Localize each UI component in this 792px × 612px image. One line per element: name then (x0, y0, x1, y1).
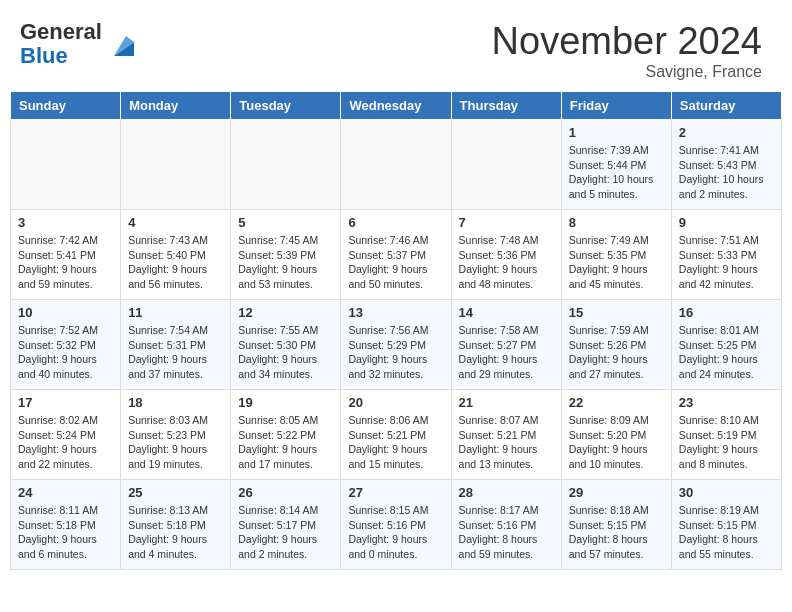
day-number: 26 (238, 485, 333, 500)
calendar-cell: 21Sunrise: 8:07 AM Sunset: 5:21 PM Dayli… (451, 390, 561, 480)
logo-text: General Blue (20, 20, 102, 68)
day-number: 28 (459, 485, 554, 500)
day-number: 20 (348, 395, 443, 410)
col-friday: Friday (561, 92, 671, 120)
calendar-cell: 30Sunrise: 8:19 AM Sunset: 5:15 PM Dayli… (671, 480, 781, 570)
day-info: Sunrise: 7:43 AM Sunset: 5:40 PM Dayligh… (128, 233, 223, 292)
calendar-cell (231, 120, 341, 210)
day-number: 6 (348, 215, 443, 230)
day-info: Sunrise: 8:17 AM Sunset: 5:16 PM Dayligh… (459, 503, 554, 562)
day-info: Sunrise: 7:58 AM Sunset: 5:27 PM Dayligh… (459, 323, 554, 382)
day-number: 9 (679, 215, 774, 230)
day-info: Sunrise: 7:51 AM Sunset: 5:33 PM Dayligh… (679, 233, 774, 292)
calendar-row: 10Sunrise: 7:52 AM Sunset: 5:32 PM Dayli… (11, 300, 782, 390)
calendar-cell: 26Sunrise: 8:14 AM Sunset: 5:17 PM Dayli… (231, 480, 341, 570)
day-info: Sunrise: 7:52 AM Sunset: 5:32 PM Dayligh… (18, 323, 113, 382)
day-info: Sunrise: 8:02 AM Sunset: 5:24 PM Dayligh… (18, 413, 113, 472)
calendar-cell: 22Sunrise: 8:09 AM Sunset: 5:20 PM Dayli… (561, 390, 671, 480)
day-info: Sunrise: 7:59 AM Sunset: 5:26 PM Dayligh… (569, 323, 664, 382)
calendar-wrapper: Sunday Monday Tuesday Wednesday Thursday… (0, 91, 792, 590)
day-info: Sunrise: 8:01 AM Sunset: 5:25 PM Dayligh… (679, 323, 774, 382)
month-title: November 2024 (492, 20, 762, 63)
day-number: 3 (18, 215, 113, 230)
page-header: General Blue November 2024 Savigne, Fran… (0, 0, 792, 91)
calendar-cell (341, 120, 451, 210)
day-number: 22 (569, 395, 664, 410)
logo-icon (106, 28, 138, 60)
col-thursday: Thursday (451, 92, 561, 120)
day-info: Sunrise: 8:09 AM Sunset: 5:20 PM Dayligh… (569, 413, 664, 472)
day-number: 5 (238, 215, 333, 230)
calendar-cell (451, 120, 561, 210)
day-info: Sunrise: 7:39 AM Sunset: 5:44 PM Dayligh… (569, 143, 664, 202)
day-info: Sunrise: 7:48 AM Sunset: 5:36 PM Dayligh… (459, 233, 554, 292)
day-number: 13 (348, 305, 443, 320)
calendar-row: 3Sunrise: 7:42 AM Sunset: 5:41 PM Daylig… (11, 210, 782, 300)
day-number: 16 (679, 305, 774, 320)
logo-blue: Blue (20, 43, 68, 68)
calendar-cell: 8Sunrise: 7:49 AM Sunset: 5:35 PM Daylig… (561, 210, 671, 300)
calendar-cell: 11Sunrise: 7:54 AM Sunset: 5:31 PM Dayli… (121, 300, 231, 390)
logo-general: General (20, 19, 102, 44)
col-saturday: Saturday (671, 92, 781, 120)
calendar-row: 17Sunrise: 8:02 AM Sunset: 5:24 PM Dayli… (11, 390, 782, 480)
calendar-cell: 13Sunrise: 7:56 AM Sunset: 5:29 PM Dayli… (341, 300, 451, 390)
calendar-row: 24Sunrise: 8:11 AM Sunset: 5:18 PM Dayli… (11, 480, 782, 570)
day-info: Sunrise: 8:15 AM Sunset: 5:16 PM Dayligh… (348, 503, 443, 562)
calendar-cell: 15Sunrise: 7:59 AM Sunset: 5:26 PM Dayli… (561, 300, 671, 390)
calendar-cell (11, 120, 121, 210)
day-info: Sunrise: 7:56 AM Sunset: 5:29 PM Dayligh… (348, 323, 443, 382)
day-info: Sunrise: 7:54 AM Sunset: 5:31 PM Dayligh… (128, 323, 223, 382)
calendar-cell: 10Sunrise: 7:52 AM Sunset: 5:32 PM Dayli… (11, 300, 121, 390)
calendar-header: Sunday Monday Tuesday Wednesday Thursday… (11, 92, 782, 120)
calendar-cell: 16Sunrise: 8:01 AM Sunset: 5:25 PM Dayli… (671, 300, 781, 390)
day-number: 4 (128, 215, 223, 230)
day-number: 21 (459, 395, 554, 410)
day-info: Sunrise: 8:07 AM Sunset: 5:21 PM Dayligh… (459, 413, 554, 472)
day-info: Sunrise: 8:14 AM Sunset: 5:17 PM Dayligh… (238, 503, 333, 562)
calendar-table: Sunday Monday Tuesday Wednesday Thursday… (10, 91, 782, 570)
day-info: Sunrise: 8:10 AM Sunset: 5:19 PM Dayligh… (679, 413, 774, 472)
day-number: 19 (238, 395, 333, 410)
logo: General Blue (20, 20, 138, 68)
title-section: November 2024 Savigne, France (492, 20, 762, 81)
calendar-cell: 2Sunrise: 7:41 AM Sunset: 5:43 PM Daylig… (671, 120, 781, 210)
day-info: Sunrise: 7:49 AM Sunset: 5:35 PM Dayligh… (569, 233, 664, 292)
header-row: Sunday Monday Tuesday Wednesday Thursday… (11, 92, 782, 120)
calendar-cell: 3Sunrise: 7:42 AM Sunset: 5:41 PM Daylig… (11, 210, 121, 300)
day-number: 2 (679, 125, 774, 140)
col-wednesday: Wednesday (341, 92, 451, 120)
col-tuesday: Tuesday (231, 92, 341, 120)
day-info: Sunrise: 7:46 AM Sunset: 5:37 PM Dayligh… (348, 233, 443, 292)
day-info: Sunrise: 8:06 AM Sunset: 5:21 PM Dayligh… (348, 413, 443, 472)
day-info: Sunrise: 8:18 AM Sunset: 5:15 PM Dayligh… (569, 503, 664, 562)
day-number: 8 (569, 215, 664, 230)
day-info: Sunrise: 8:13 AM Sunset: 5:18 PM Dayligh… (128, 503, 223, 562)
day-info: Sunrise: 7:55 AM Sunset: 5:30 PM Dayligh… (238, 323, 333, 382)
calendar-cell (121, 120, 231, 210)
day-number: 30 (679, 485, 774, 500)
day-number: 29 (569, 485, 664, 500)
calendar-cell: 17Sunrise: 8:02 AM Sunset: 5:24 PM Dayli… (11, 390, 121, 480)
calendar-cell: 14Sunrise: 7:58 AM Sunset: 5:27 PM Dayli… (451, 300, 561, 390)
day-info: Sunrise: 7:41 AM Sunset: 5:43 PM Dayligh… (679, 143, 774, 202)
calendar-cell: 12Sunrise: 7:55 AM Sunset: 5:30 PM Dayli… (231, 300, 341, 390)
day-info: Sunrise: 8:11 AM Sunset: 5:18 PM Dayligh… (18, 503, 113, 562)
calendar-row: 1Sunrise: 7:39 AM Sunset: 5:44 PM Daylig… (11, 120, 782, 210)
col-monday: Monday (121, 92, 231, 120)
calendar-cell: 27Sunrise: 8:15 AM Sunset: 5:16 PM Dayli… (341, 480, 451, 570)
day-number: 12 (238, 305, 333, 320)
day-number: 14 (459, 305, 554, 320)
calendar-cell: 6Sunrise: 7:46 AM Sunset: 5:37 PM Daylig… (341, 210, 451, 300)
calendar-cell: 18Sunrise: 8:03 AM Sunset: 5:23 PM Dayli… (121, 390, 231, 480)
day-number: 1 (569, 125, 664, 140)
calendar-cell: 4Sunrise: 7:43 AM Sunset: 5:40 PM Daylig… (121, 210, 231, 300)
day-info: Sunrise: 7:45 AM Sunset: 5:39 PM Dayligh… (238, 233, 333, 292)
day-number: 23 (679, 395, 774, 410)
calendar-body: 1Sunrise: 7:39 AM Sunset: 5:44 PM Daylig… (11, 120, 782, 570)
location: Savigne, France (492, 63, 762, 81)
day-number: 18 (128, 395, 223, 410)
calendar-cell: 24Sunrise: 8:11 AM Sunset: 5:18 PM Dayli… (11, 480, 121, 570)
calendar-cell: 28Sunrise: 8:17 AM Sunset: 5:16 PM Dayli… (451, 480, 561, 570)
calendar-cell: 1Sunrise: 7:39 AM Sunset: 5:44 PM Daylig… (561, 120, 671, 210)
